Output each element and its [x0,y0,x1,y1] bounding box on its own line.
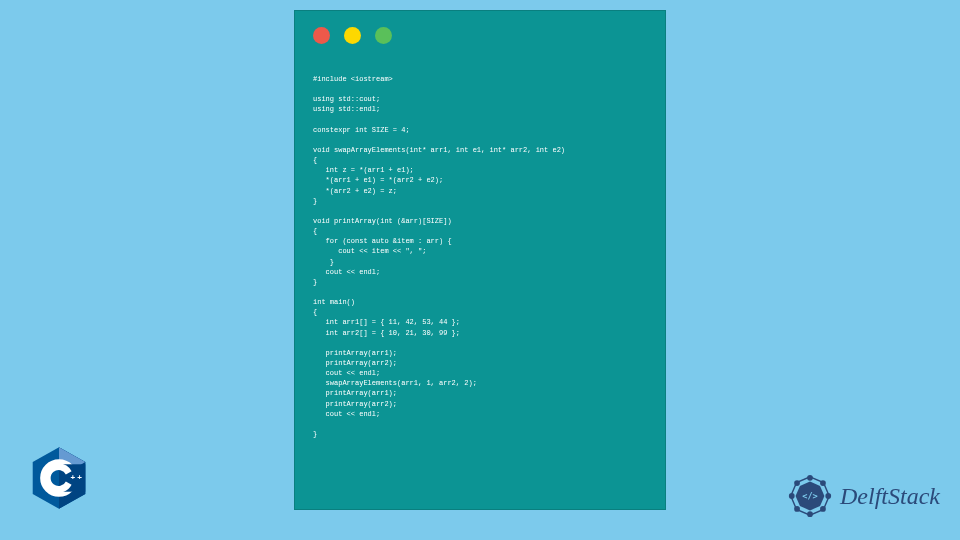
delftstack-label: DelftStack [840,483,940,510]
close-icon [313,27,330,44]
window-controls [295,11,665,52]
svg-text:</>: </> [802,491,818,501]
delftstack-logo: </> DelftStack [786,472,940,520]
svg-text:+: + [70,473,75,482]
svg-text:+: + [77,473,82,482]
minimize-icon [344,27,361,44]
cpp-badge-icon: + + [30,446,88,510]
delftstack-emblem-icon: </> [786,472,834,520]
code-window: #include <iostream> using std::cout; usi… [294,10,666,510]
code-content: #include <iostream> using std::cout; usi… [295,52,665,451]
maximize-icon [375,27,392,44]
